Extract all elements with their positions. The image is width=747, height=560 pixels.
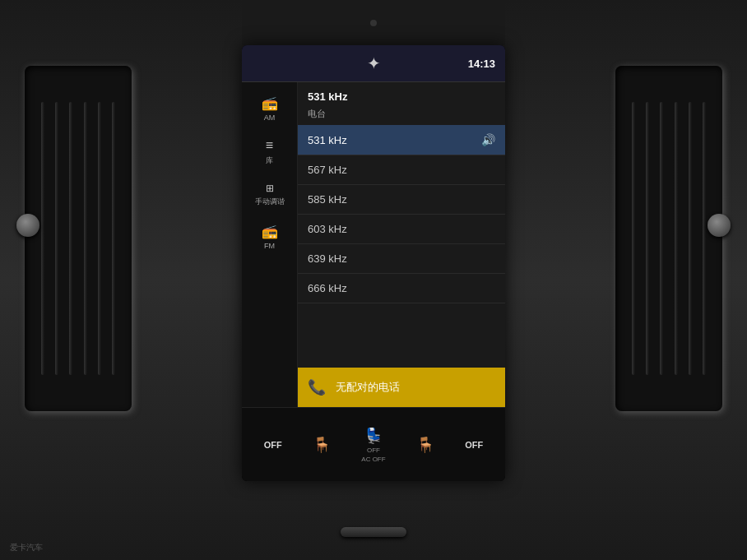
main-content: 📻 AM ≡ 库 ⊞ 手动调谐 📻 FM 531 kHz 电台 531 kH	[242, 82, 505, 407]
station-freq-603: 603 kHz	[308, 223, 347, 235]
content-area: 531 kHz 电台 531 kHz 🔊 567 kHz 585 kHz 603…	[298, 82, 505, 407]
phone-status-text: 无配对的电话	[336, 380, 400, 395]
station-item-585[interactable]: 585 kHz	[298, 185, 505, 215]
bottom-controls: OFF 🪑 💺 OFF AC OFF 🪑 OFF	[242, 407, 505, 481]
seat-right-icon: 🪑	[416, 436, 434, 454]
top-sensor-area	[242, 0, 505, 45]
vent-slat	[689, 102, 692, 375]
sidebar-item-am-label: AM	[264, 113, 276, 122]
vent-slat	[41, 102, 44, 375]
left-off-label: OFF	[264, 440, 282, 450]
station-item-666[interactable]: 666 kHz	[298, 274, 505, 303]
left-off-button[interactable]: OFF	[264, 440, 282, 450]
library-icon: ≡	[266, 138, 273, 153]
vent-slat	[703, 102, 706, 375]
watermark: 爱卡汽车	[10, 542, 43, 553]
right-off-button[interactable]: OFF	[465, 440, 483, 450]
vent-slat	[660, 102, 663, 375]
seat-heat-left-button[interactable]: 🪑	[313, 436, 331, 454]
vent-slat	[98, 102, 101, 375]
sidebar-item-manual-tune[interactable]: ⊞ 手动调谐	[242, 176, 297, 214]
seat-center-sub1: OFF	[367, 447, 380, 454]
sidebar-item-am[interactable]: 📻 AM	[242, 89, 297, 128]
vent-slat	[84, 102, 87, 375]
seat-center-button[interactable]: 💺 OFF AC OFF	[361, 427, 385, 463]
station-freq-666: 666 kHz	[308, 282, 347, 294]
station-freq-585: 585 kHz	[308, 193, 347, 206]
infotainment-screen: ✦ 14:13 📻 AM ≡ 库 ⊞ 手动调谐 📻 FM 53	[242, 45, 505, 481]
left-vent-knob[interactable]	[16, 214, 39, 237]
fm-radio-icon: 📻	[262, 224, 278, 239]
camera-dot	[370, 20, 377, 26]
sidebar-item-manual-label: 手动调谐	[255, 197, 285, 207]
vent-slat	[632, 102, 635, 375]
station-list: 531 kHz 🔊 567 kHz 585 kHz 603 kHz 639 kH…	[298, 125, 505, 368]
station-freq-567: 567 kHz	[308, 164, 347, 176]
seat-heat-right-button[interactable]: 🪑	[416, 436, 434, 454]
time-display: 14:13	[468, 58, 495, 70]
station-item-603[interactable]: 603 kHz	[298, 215, 505, 244]
right-vent	[615, 66, 722, 411]
station-section-label: 电台	[298, 106, 505, 125]
right-vent-knob[interactable]	[708, 214, 731, 237]
current-frequency: 531 kHz	[298, 82, 505, 106]
sidebar-item-library[interactable]: ≡ 库	[242, 132, 297, 173]
vent-slat	[112, 102, 115, 375]
sidebar-item-fm[interactable]: 📻 FM	[242, 217, 297, 257]
phone-bar[interactable]: 📞 无配对的电话	[298, 368, 505, 407]
station-freq-639: 639 kHz	[308, 252, 347, 265]
sidebar-item-library-label: 库	[266, 155, 273, 166]
right-off-label: OFF	[465, 440, 483, 450]
vent-slat	[69, 102, 72, 375]
vent-slat	[55, 102, 58, 375]
seat-center-sub2: AC OFF	[361, 456, 385, 463]
bottom-strip	[341, 527, 406, 537]
station-freq-531: 531 kHz	[308, 134, 347, 146]
left-vent	[25, 66, 132, 411]
compass-icon: ✦	[367, 53, 381, 73]
station-item-639[interactable]: 639 kHz	[298, 244, 505, 274]
top-bar: ✦ 14:13	[242, 45, 505, 82]
manual-tune-icon: ⊞	[266, 183, 274, 194]
am-radio-icon: 📻	[262, 95, 278, 111]
now-playing-icon: 🔊	[481, 133, 495, 146]
station-item-531[interactable]: 531 kHz 🔊	[298, 125, 505, 155]
vent-slat	[646, 102, 649, 375]
bottom-handle	[341, 527, 406, 537]
vent-slat	[675, 102, 678, 375]
station-item-567[interactable]: 567 kHz	[298, 155, 505, 185]
sidebar-item-fm-label: FM	[264, 242, 275, 250]
seat-center-icon: 💺	[364, 427, 383, 445]
phone-icon: 📞	[308, 378, 326, 396]
seat-left-icon: 🪑	[313, 436, 331, 454]
sidebar: 📻 AM ≡ 库 ⊞ 手动调谐 📻 FM	[242, 82, 298, 407]
